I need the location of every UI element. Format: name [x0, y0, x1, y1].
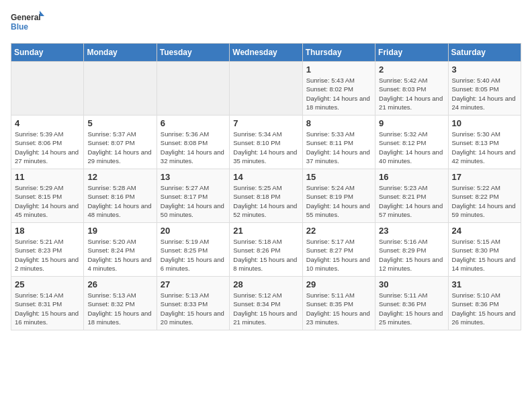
day-number: 26 [87, 279, 152, 289]
day-info: Sunrise: 5:11 AM Sunset: 8:36 PM Dayligh… [379, 291, 444, 326]
week-row-2: 4Sunrise: 5:39 AM Sunset: 8:06 PM Daylig… [11, 116, 521, 169]
calendar-cell: 25Sunrise: 5:14 AM Sunset: 8:31 PM Dayli… [11, 277, 84, 330]
day-header-saturday: Saturday [448, 44, 521, 62]
day-number: 13 [161, 172, 226, 182]
calendar-cell: 10Sunrise: 5:30 AM Sunset: 8:13 PM Dayli… [448, 116, 521, 169]
day-info: Sunrise: 5:28 AM Sunset: 8:16 PM Dayligh… [87, 183, 152, 219]
day-number: 5 [87, 118, 152, 128]
day-info: Sunrise: 5:19 AM Sunset: 8:25 PM Dayligh… [161, 237, 226, 273]
day-info: Sunrise: 5:24 AM Sunset: 8:19 PM Dayligh… [306, 183, 371, 219]
day-info: Sunrise: 5:11 AM Sunset: 8:35 PM Dayligh… [306, 291, 371, 326]
day-info: Sunrise: 5:25 AM Sunset: 8:18 PM Dayligh… [233, 183, 298, 219]
calendar-cell: 9Sunrise: 5:32 AM Sunset: 8:12 PM Daylig… [375, 116, 448, 169]
calendar-cell: 7Sunrise: 5:34 AM Sunset: 8:10 PM Daylig… [230, 116, 302, 169]
calendar-cell: 23Sunrise: 5:16 AM Sunset: 8:29 PM Dayli… [375, 223, 448, 277]
day-number: 18 [15, 226, 80, 236]
week-row-3: 11Sunrise: 5:29 AM Sunset: 8:15 PM Dayli… [11, 169, 521, 223]
calendar-cell: 28Sunrise: 5:12 AM Sunset: 8:34 PM Dayli… [230, 277, 302, 330]
day-headers-row: SundayMondayTuesdayWednesdayThursdayFrid… [11, 44, 521, 62]
day-number: 2 [379, 64, 444, 75]
day-info: Sunrise: 5:43 AM Sunset: 8:02 PM Dayligh… [306, 76, 371, 111]
day-number: 22 [306, 226, 371, 236]
svg-text:General: General [11, 13, 41, 22]
calendar-cell: 17Sunrise: 5:22 AM Sunset: 8:22 PM Dayli… [448, 169, 521, 223]
week-row-4: 18Sunrise: 5:21 AM Sunset: 8:23 PM Dayli… [11, 223, 521, 277]
day-number: 8 [306, 118, 371, 128]
day-number: 19 [87, 226, 152, 236]
day-number: 28 [233, 279, 298, 289]
day-info: Sunrise: 5:12 AM Sunset: 8:34 PM Dayligh… [233, 291, 298, 326]
calendar-cell: 13Sunrise: 5:27 AM Sunset: 8:17 PM Dayli… [157, 169, 229, 223]
calendar-cell: 15Sunrise: 5:24 AM Sunset: 8:19 PM Dayli… [302, 169, 375, 223]
calendar-cell: 11Sunrise: 5:29 AM Sunset: 8:15 PM Dayli… [11, 169, 84, 223]
day-info: Sunrise: 5:36 AM Sunset: 8:08 PM Dayligh… [161, 130, 226, 165]
day-info: Sunrise: 5:18 AM Sunset: 8:26 PM Dayligh… [233, 237, 298, 273]
calendar-cell: 20Sunrise: 5:19 AM Sunset: 8:25 PM Dayli… [157, 223, 229, 277]
calendar-cell: 19Sunrise: 5:20 AM Sunset: 8:24 PM Dayli… [84, 223, 157, 277]
day-info: Sunrise: 5:13 AM Sunset: 8:32 PM Dayligh… [87, 291, 152, 326]
day-number: 29 [306, 279, 371, 289]
calendar-cell: 21Sunrise: 5:18 AM Sunset: 8:26 PM Dayli… [230, 223, 302, 277]
calendar-cell: 27Sunrise: 5:13 AM Sunset: 8:33 PM Dayli… [157, 277, 229, 330]
day-info: Sunrise: 5:13 AM Sunset: 8:33 PM Dayligh… [161, 291, 226, 326]
calendar-cell: 5Sunrise: 5:37 AM Sunset: 8:07 PM Daylig… [84, 116, 157, 169]
calendar-cell: 12Sunrise: 5:28 AM Sunset: 8:16 PM Dayli… [84, 169, 157, 223]
calendar-cell: 3Sunrise: 5:40 AM Sunset: 8:05 PM Daylig… [448, 62, 521, 116]
calendar-cell: 31Sunrise: 5:10 AM Sunset: 8:36 PM Dayli… [448, 277, 521, 330]
day-info: Sunrise: 5:39 AM Sunset: 8:06 PM Dayligh… [15, 130, 80, 165]
day-info: Sunrise: 5:10 AM Sunset: 8:36 PM Dayligh… [452, 291, 517, 326]
day-info: Sunrise: 5:33 AM Sunset: 8:11 PM Dayligh… [306, 130, 371, 165]
calendar-cell: 8Sunrise: 5:33 AM Sunset: 8:11 PM Daylig… [302, 116, 375, 169]
calendar-table: SundayMondayTuesdayWednesdayThursdayFrid… [11, 43, 521, 330]
day-info: Sunrise: 5:40 AM Sunset: 8:05 PM Dayligh… [452, 76, 517, 111]
calendar-body: 1Sunrise: 5:43 AM Sunset: 8:02 PM Daylig… [11, 62, 521, 330]
logo: General Blue [11, 11, 44, 35]
calendar-cell: 30Sunrise: 5:11 AM Sunset: 8:36 PM Dayli… [375, 277, 448, 330]
calendar-cell: 6Sunrise: 5:36 AM Sunset: 8:08 PM Daylig… [157, 116, 229, 169]
day-number: 30 [379, 279, 444, 289]
svg-text:Blue: Blue [11, 22, 28, 32]
day-number: 10 [452, 118, 517, 128]
day-number: 14 [233, 172, 298, 182]
day-number: 27 [161, 279, 226, 289]
day-info: Sunrise: 5:23 AM Sunset: 8:21 PM Dayligh… [379, 183, 444, 219]
calendar-cell: 29Sunrise: 5:11 AM Sunset: 8:35 PM Dayli… [302, 277, 375, 330]
page-header: General Blue [11, 11, 521, 35]
day-info: Sunrise: 5:21 AM Sunset: 8:23 PM Dayligh… [15, 237, 80, 273]
day-number: 1 [306, 64, 371, 75]
calendar-cell: 4Sunrise: 5:39 AM Sunset: 8:06 PM Daylig… [11, 116, 84, 169]
day-number: 25 [15, 279, 80, 289]
calendar-cell [84, 62, 157, 116]
day-number: 16 [379, 172, 444, 182]
day-number: 24 [452, 226, 517, 236]
day-number: 20 [161, 226, 226, 236]
day-number: 11 [15, 172, 80, 182]
calendar-cell [157, 62, 229, 116]
day-number: 7 [233, 118, 298, 128]
day-info: Sunrise: 5:17 AM Sunset: 8:27 PM Dayligh… [306, 237, 371, 273]
week-row-1: 1Sunrise: 5:43 AM Sunset: 8:02 PM Daylig… [11, 62, 521, 116]
day-number: 31 [452, 279, 517, 289]
day-header-thursday: Thursday [302, 44, 375, 62]
day-info: Sunrise: 5:30 AM Sunset: 8:13 PM Dayligh… [452, 130, 517, 165]
day-header-sunday: Sunday [11, 44, 84, 62]
calendar-cell [11, 62, 84, 116]
day-info: Sunrise: 5:14 AM Sunset: 8:31 PM Dayligh… [15, 291, 80, 326]
day-header-friday: Friday [375, 44, 448, 62]
day-info: Sunrise: 5:15 AM Sunset: 8:30 PM Dayligh… [452, 237, 517, 273]
calendar-cell: 16Sunrise: 5:23 AM Sunset: 8:21 PM Dayli… [375, 169, 448, 223]
calendar-cell [230, 62, 302, 116]
day-info: Sunrise: 5:22 AM Sunset: 8:22 PM Dayligh… [452, 183, 517, 219]
day-number: 6 [161, 118, 226, 128]
day-info: Sunrise: 5:34 AM Sunset: 8:10 PM Dayligh… [233, 130, 298, 165]
calendar-cell: 22Sunrise: 5:17 AM Sunset: 8:27 PM Dayli… [302, 223, 375, 277]
logo-svg: General Blue [11, 11, 44, 35]
day-number: 9 [379, 118, 444, 128]
calendar-cell: 24Sunrise: 5:15 AM Sunset: 8:30 PM Dayli… [448, 223, 521, 277]
day-info: Sunrise: 5:42 AM Sunset: 8:03 PM Dayligh… [379, 76, 444, 111]
day-number: 17 [452, 172, 517, 182]
calendar-cell: 26Sunrise: 5:13 AM Sunset: 8:32 PM Dayli… [84, 277, 157, 330]
day-info: Sunrise: 5:29 AM Sunset: 8:15 PM Dayligh… [15, 183, 80, 219]
day-number: 15 [306, 172, 371, 182]
day-info: Sunrise: 5:20 AM Sunset: 8:24 PM Dayligh… [87, 237, 152, 273]
